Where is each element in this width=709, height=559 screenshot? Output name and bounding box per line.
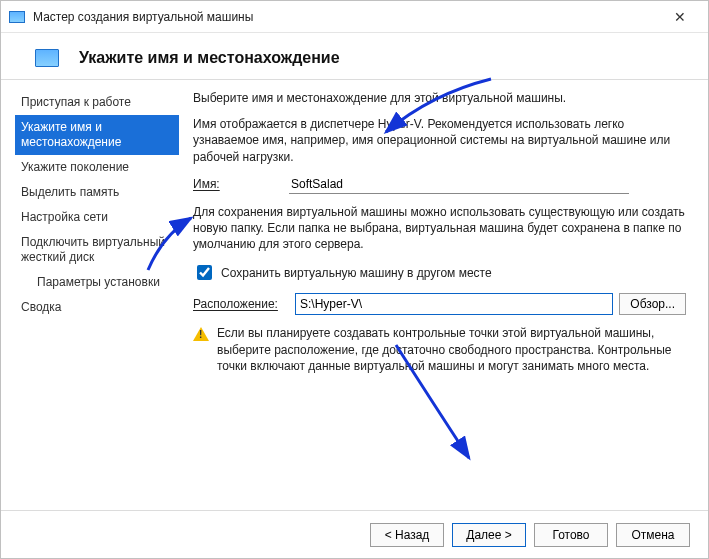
app-icon xyxy=(9,11,25,23)
back-button[interactable]: < Назад xyxy=(370,523,444,547)
warning-text: Если вы планируете создавать контрольные… xyxy=(217,325,686,374)
name-input[interactable] xyxy=(289,175,629,194)
wizard-window: Мастер создания виртуальной машины ✕ Ука… xyxy=(0,0,709,559)
wizard-content: Выберите имя и местонахождение для этой … xyxy=(181,80,708,520)
sidebar-item-network[interactable]: Настройка сети xyxy=(15,205,181,230)
header-icon xyxy=(35,49,59,67)
store-elsewhere-label: Сохранить виртуальную машину в другом ме… xyxy=(221,266,492,280)
sidebar-item-summary[interactable]: Сводка xyxy=(15,295,181,320)
warning-icon xyxy=(193,327,209,341)
wizard-footer: < Назад Далее > Готово Отмена xyxy=(1,510,708,558)
page-title: Укажите имя и местонахождение xyxy=(79,49,340,67)
next-button[interactable]: Далее > xyxy=(452,523,526,547)
location-input[interactable] xyxy=(295,293,613,315)
location-hint-text: Для сохранения виртуальной машины можно … xyxy=(193,204,686,253)
sidebar-item-memory[interactable]: Выделить память xyxy=(15,180,181,205)
intro-text: Выберите имя и местонахождение для этой … xyxy=(193,90,686,106)
cancel-button[interactable]: Отмена xyxy=(616,523,690,547)
sidebar-item-name-location[interactable]: Укажите имя и местонахождение xyxy=(15,115,179,155)
close-icon[interactable]: ✕ xyxy=(660,3,700,31)
sidebar-item-install-options[interactable]: Параметры установки xyxy=(15,270,181,295)
location-label: Расположение: xyxy=(193,297,289,311)
page-header: Укажите имя и местонахождение xyxy=(1,33,708,79)
finish-button[interactable]: Готово xyxy=(534,523,608,547)
window-title: Мастер создания виртуальной машины xyxy=(33,10,660,24)
browse-button[interactable]: Обзор... xyxy=(619,293,686,315)
titlebar: Мастер создания виртуальной машины ✕ xyxy=(1,1,708,33)
wizard-sidebar: Приступая к работе Укажите имя и местона… xyxy=(1,80,181,520)
sidebar-item-start[interactable]: Приступая к работе xyxy=(15,90,181,115)
store-elsewhere-checkbox[interactable] xyxy=(197,265,212,280)
name-label: Имя: xyxy=(193,177,289,191)
name-hint-text: Имя отображается в диспетчере Hyper-V. Р… xyxy=(193,116,686,165)
sidebar-item-vhd[interactable]: Подключить виртуальный жесткий диск xyxy=(15,230,181,270)
sidebar-item-generation[interactable]: Укажите поколение xyxy=(15,155,181,180)
